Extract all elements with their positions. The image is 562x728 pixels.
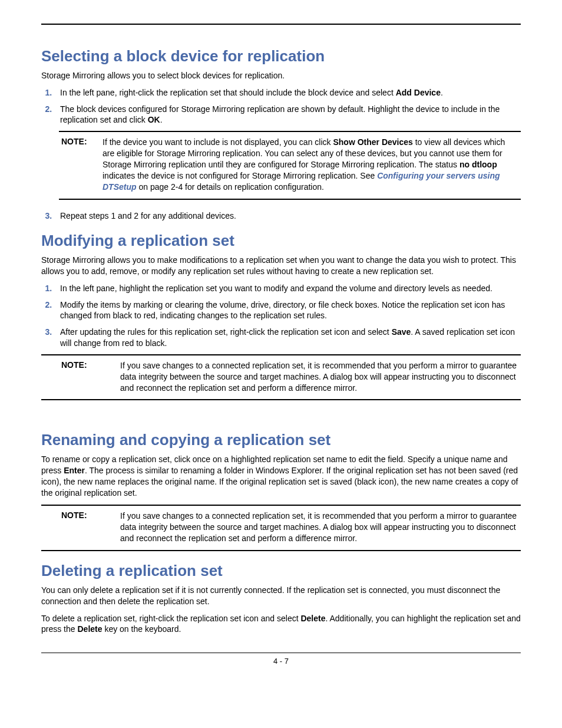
list-item: Modify the items by marking or clearing …	[54, 299, 521, 321]
text: indicates the device is not configured f…	[103, 171, 377, 180]
text: Modify the items by marking or clearing …	[54, 299, 521, 321]
text: To delete a replication set, right-click…	[41, 614, 300, 623]
text: .	[160, 115, 163, 124]
paragraph: Storage Mirroring allows you to select b…	[41, 70, 521, 81]
page-footer: 4 - 7	[41, 653, 521, 666]
heading-deleting-replication-set: Deleting a replication set	[41, 562, 521, 580]
ordered-list: In the left pane, highlight the replicat…	[41, 283, 521, 348]
note-body: If you save changes to a connected repli…	[120, 360, 518, 394]
list-item: In the left pane, right-click the replic…	[54, 87, 521, 98]
document-page: Selecting a block device for replication…	[41, 24, 521, 666]
bold-text: Add Device	[396, 88, 441, 97]
text: After updating the rules for this replic…	[60, 327, 392, 337]
text: If the device you want to include is not…	[103, 137, 333, 147]
heading-renaming-copying: Renaming and copying a replication set	[41, 431, 521, 449]
bold-text: Save	[392, 327, 411, 337]
text: The block devices configured for Storage…	[60, 104, 500, 124]
bold-text: Enter	[64, 466, 85, 475]
note-body: If the device you want to include is not…	[103, 137, 518, 192]
text: . The process is similar to renaming a f…	[41, 466, 518, 498]
text: Repeat steps 1 and 2 for any additional …	[54, 210, 521, 221]
note-body: If you save changes to a connected repli…	[120, 510, 518, 544]
list-item: Repeat steps 1 and 2 for any additional …	[54, 210, 521, 221]
ordered-list: Repeat steps 1 and 2 for any additional …	[41, 210, 521, 221]
list-item: In the left pane, highlight the replicat…	[54, 283, 521, 294]
note-box: NOTE: If you save changes to a connected…	[41, 505, 521, 551]
bold-text: Show Other Devices	[333, 137, 412, 147]
heading-modifying-replication-set: Modifying a replication set	[41, 232, 521, 250]
heading-selecting-block-device: Selecting a block device for replication	[41, 47, 521, 65]
text: In the left pane, right-click the replic…	[60, 88, 396, 97]
text: .	[441, 88, 443, 97]
text: key on the keyboard.	[103, 624, 181, 634]
note-label: NOTE:	[44, 360, 120, 394]
bold-text: no dtloop	[459, 160, 497, 169]
note-label: NOTE:	[61, 137, 103, 192]
paragraph: To rename or copy a replication set, cli…	[41, 454, 521, 499]
note-box: NOTE: If you save changes to a connected…	[41, 354, 521, 401]
note-label: NOTE:	[44, 510, 120, 544]
text: on page 2-4 for details on replication c…	[137, 182, 324, 192]
text: In the left pane, highlight the replicat…	[54, 283, 521, 294]
ordered-list: In the left pane, right-click the replic…	[41, 87, 521, 126]
note-box: NOTE: If the device you want to include …	[59, 131, 521, 199]
paragraph: You can only delete a replication set if…	[41, 585, 521, 607]
list-item: The block devices configured for Storage…	[54, 104, 521, 125]
paragraph: Storage Mirroring allows you to make mod…	[41, 255, 521, 277]
list-item: After updating the rules for this replic…	[54, 327, 521, 348]
bold-text: OK	[148, 115, 160, 124]
bold-text: Delete	[300, 614, 325, 623]
bold-text: Delete	[77, 624, 102, 634]
paragraph: To delete a replication set, right-click…	[41, 613, 521, 635]
